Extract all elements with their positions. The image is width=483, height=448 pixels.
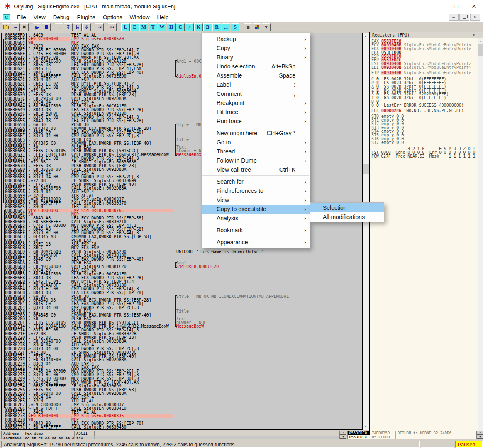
disasm-row[interactable]: 0083077890NOP <box>2 418 362 421</box>
disasm-row[interactable]: 0083073E. C745 D4 07000MOV DWORD PTR SS:… <box>2 369 362 373</box>
menubar-item-debug[interactable]: Debug <box>49 13 73 22</box>
view-patches-button[interactable]: / <box>185 23 194 31</box>
menu-item-find-references-to[interactable]: Find references to› <box>202 186 310 195</box>
disasm-row[interactable]: 0083072F.v72 0BJB SHORT SiglusEn.0083073… <box>2 351 362 354</box>
view-log-button[interactable]: L <box>121 23 130 31</box>
submenu-item-all-modifications[interactable]: All modifications <box>310 212 384 222</box>
disasm-row[interactable]: 0083071A. 837D EC 08CMP DWORD PTR SS:[EB… <box>2 328 362 332</box>
restart-button[interactable]: ◂◂ <box>11 23 20 31</box>
fpu-register-row[interactable]: ST4 empty 0.0 <box>371 129 483 133</box>
disasm-row[interactable]: 00830771. 84C0TEST AL,AL <box>2 410 362 414</box>
flag-row[interactable]: O 0 LastErr ERROR_SUCCESS (00000000) <box>371 103 483 107</box>
register-row[interactable]: EBP 0553FDCC <box>371 58 483 62</box>
disasm-row[interactable]: 008306CD. 68 00A2C600PUSH SiglusEn.00C6A… <box>2 250 362 253</box>
menu-item-bookmark[interactable]: Bookmark› <box>202 226 310 235</box>
register-row[interactable]: EDX 0093040B SiglusEn.<ModuleEntryPoint> <box>371 47 483 51</box>
register-row[interactable]: EIP 0093040B SiglusEn.<ModuleEntryPoint> <box>371 71 483 75</box>
appearance-button[interactable] <box>253 23 261 31</box>
submenu-item-selection[interactable]: Selection <box>310 203 384 212</box>
register-row[interactable]: ECX 0093040B SiglusEn.<ModuleEntryPoint> <box>371 43 483 47</box>
disasm-row[interactable]: 0083076C> E8 6FFDFFFFCALL SiglusEn.00830… <box>2 407 362 410</box>
menubar-item-help[interactable]: Help <box>153 13 172 22</box>
scroll-up-icon[interactable]: ▲ <box>340 431 346 435</box>
disasm-row[interactable]: 0083075A. FF75 A8PUSH DWORD PTR SS:[EBP-… <box>2 388 362 392</box>
scroll-down-icon[interactable]: ▾ <box>363 424 369 430</box>
menu-item-analysis[interactable]: Analysis› <box>202 214 310 223</box>
view-handles-button[interactable]: H <box>167 23 176 31</box>
disasm-row[interactable]: 00830731. FF75 C0PUSH DWORD PTR SS:[EBP-… <box>2 354 362 358</box>
flag-row[interactable]: A 0 SS 002B 32bit 0(FFFFFFFF) <box>371 85 483 88</box>
mdi-close-icon[interactable]: × <box>470 14 480 21</box>
menu-item-copy-to-executable[interactable]: Copy to executable› <box>202 205 310 214</box>
menu-item-hit-trace[interactable]: Hit trace› <box>202 107 310 117</box>
disasm-row[interactable]: 0083071E.v72 0BJB SHORT SiglusEn.0083072… <box>2 332 362 336</box>
disasm-row[interactable]: 008306FD. 0F434D D8CMOVNB ECX,DWORD PTR … <box>2 298 362 302</box>
flag-row[interactable]: T 0 GS 002B 32bit 0(FFFFFFFF) <box>371 96 483 100</box>
menu-item-assemble[interactable]: AssembleSpace <box>202 71 310 80</box>
menu-item-appearance[interactable]: Appearance› <box>202 238 310 247</box>
disasm-row[interactable]: 008306DB. E8 40150800CALL SiglusEn.008B1… <box>2 265 362 268</box>
menubar-item-options[interactable]: Options <box>99 13 126 22</box>
view-run-trace-button[interactable]: ... <box>222 23 230 31</box>
disasm-row[interactable]: 00830749. C745 D0 00000MOV DWORD PTR SS:… <box>2 377 362 380</box>
disasm-row[interactable]: 008306F8. 8D4D D8LEA ECX,DWORD PTR SS:[E… <box>2 291 362 295</box>
disasm-row[interactable]: 00830734. E8 81D40F00CALL SiglusEn.0092D… <box>2 358 362 362</box>
menu-item-new-origin-here[interactable]: New origin hereCtrl+Gray * <box>202 129 310 138</box>
disasm-row[interactable]: 00830745. 837D BC 08CMP DWORD PTR SS:[EB… <box>2 373 362 377</box>
disasm-row[interactable]: 00830728. 83C4 04ADD ESP,4 <box>2 343 362 347</box>
scrollbar-thumb[interactable] <box>478 44 483 56</box>
disasm-row[interactable]: 0083072B> 837D D4 08CMP DWORD PTR SS:[EB… <box>2 347 362 351</box>
dump-address-header[interactable]: Address <box>2 431 23 436</box>
scroll-up-icon[interactable]: ▲ <box>477 431 483 435</box>
cpu-window-icon[interactable]: C <box>3 14 10 20</box>
disasm-row[interactable]: 008306F4. 837D EC 08CMP DWORD PTR SS:[EB… <box>2 287 362 291</box>
disasm-row[interactable]: 00830750. 66:8945 C0MOV WORD PTR SS:[EBP… <box>2 380 362 384</box>
view-windows-button[interactable]: W <box>158 23 166 31</box>
view-threads-button[interactable]: T <box>149 23 157 31</box>
step-over-button[interactable]: ↧ <box>64 23 73 31</box>
view-cpu-button[interactable]: C <box>176 23 185 31</box>
disasm-row[interactable]: 008306EB. C645 FC 04MOV BYTE PTR SS:[EBP… <box>2 280 362 283</box>
disasm-row[interactable]: 0083070D. 50PUSH EAXText <box>2 317 362 321</box>
menu-item-label[interactable]: Label: <box>202 80 310 89</box>
view-source-button[interactable]: S <box>231 23 239 31</box>
disasm-row[interactable]: 00830704. 837D D4 08CMP DWORD PTR SS:[EB… <box>2 306 362 309</box>
menu-item-view-call-tree[interactable]: View call treeCtrl+K <box>202 165 310 174</box>
fpu-register-row[interactable]: ST7 empty 0.0 <box>371 141 483 144</box>
disasm-row[interactable]: 00830714. FF15 C0D4C100CALL DWORD PTR DS… <box>2 324 362 328</box>
dump-hex-header[interactable]: Hex dump <box>23 431 75 436</box>
scroll-up-icon[interactable]: ▴ <box>478 38 483 44</box>
flag-row[interactable]: C 0 ES 002B 32bit 0(FFFFFFFF) <box>371 77 483 81</box>
menu-item-comment[interactable]: Comment; <box>202 89 310 98</box>
animate-over-button[interactable]: ⇓ <box>82 23 91 31</box>
disasm-row[interactable]: 008306E8. 8D4D D8LEA ECX,DWORD PTR SS:[E… <box>2 276 362 280</box>
minimize-icon[interactable]: – <box>430 0 448 12</box>
collapse-icon[interactable]: < <box>473 33 475 37</box>
register-row[interactable]: EDI 0093040B SiglusEn.<ModuleEntryPoint> <box>371 66 483 69</box>
fpu-register-row[interactable]: ST5 empty 0.0 <box>371 133 483 137</box>
eflags-row[interactable]: EFL 00000246 (NO,NB,E,BE,NS,PE,GE,LE) <box>371 109 483 112</box>
flag-row[interactable]: Z 1 DS 002B 32bit 0(FFFFFFFF) <box>371 88 483 92</box>
flag-row[interactable]: D 0 <box>371 100 483 103</box>
mdi-restore-icon[interactable] <box>459 14 469 21</box>
register-row[interactable]: EAX 0553FE18 <box>371 39 483 43</box>
menu-item-run-trace[interactable]: Run trace› <box>202 117 310 126</box>
view-breakpoints-button[interactable]: B <box>203 23 212 31</box>
execute-till-return-button[interactable]: ⇥ <box>95 23 104 31</box>
menu-item-thread[interactable]: Thread› <box>202 147 310 156</box>
disasm-row[interactable]: 00830708. 51PUSH ECXTitle <box>2 309 362 313</box>
menubar-item-window[interactable]: Window <box>126 13 153 22</box>
disasm-row[interactable]: 00830720. FF75 D8PUSH DWORD PTR SS:[EBP-… <box>2 336 362 339</box>
disasm-row[interactable]: 008306DA. 50PUSH EAXArg1 <box>2 261 362 265</box>
dump-ascii-header[interactable]: ASCII <box>75 431 95 436</box>
menu-item-breakpoint[interactable]: Breakpoint› <box>202 98 310 107</box>
run-button[interactable]: ▶ <box>33 23 41 31</box>
disasm-row[interactable]: 00830723. E8 92D40F00CALL SiglusEn.0092D… <box>2 339 362 343</box>
flag-row[interactable]: P 1 CS 0023 32bit 0(FFFFFFFF) <box>371 81 483 85</box>
disasm-row[interactable]: 00830767.vE9 CB000000JMP SiglusEn.008308… <box>2 403 362 407</box>
mdi-minimize-icon[interactable]: – <box>449 14 459 21</box>
disasm-row[interactable]: 0083075D. E8 58D40F00CALL SiglusEn.0092D… <box>2 392 362 395</box>
maximize-icon[interactable]: □ <box>448 0 465 12</box>
disasm-row[interactable]: 008306EF. E8 8CAAF0FFCALL SiglusEn.0073B… <box>2 283 362 287</box>
fpu-register-row[interactable]: ST0 empty 0.0 <box>371 114 483 118</box>
